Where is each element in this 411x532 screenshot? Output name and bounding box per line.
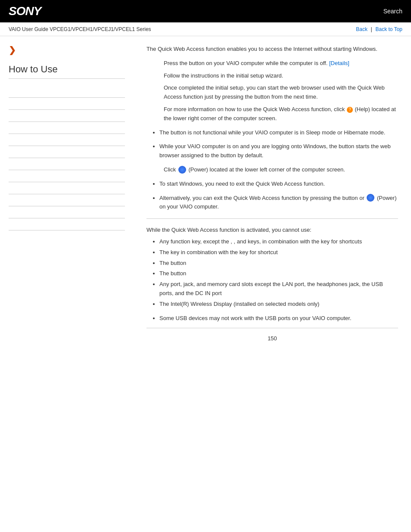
restriction-4: The button: [159, 269, 398, 278]
back-link[interactable]: Back: [356, 26, 367, 32]
sidebar-item-1[interactable]: [9, 86, 125, 98]
guide-title: VAIO User Guide VPCEG1/VPCEH1/VPCEJ1/VPC…: [9, 26, 151, 32]
click-label: Click: [164, 166, 176, 173]
power-click-block: Click (Power) located at the lower left …: [164, 165, 398, 174]
step2-text: Follow the instructions in the initial s…: [164, 72, 283, 79]
sidebar-arrow: ❯: [9, 45, 125, 55]
bullet-list-3: To start Windows, you need to exit the Q…: [155, 180, 398, 189]
help-icon: ?: [347, 107, 353, 113]
bullet-list-4: Alternatively, you can exit the Quick We…: [155, 194, 398, 212]
bullet4-text: Alternatively, you can exit the Quick We…: [159, 195, 364, 201]
restriction-5: Any port, jack, and memory card slots ex…: [159, 280, 398, 298]
main-content: The Quick Web Access function enables yo…: [134, 36, 411, 357]
sidebar-item-3[interactable]: [9, 110, 125, 122]
restrictions-list: Any function key, except the , , and key…: [155, 237, 398, 309]
click-power-label: (Power) located at the lower left corner…: [188, 166, 345, 173]
search-button[interactable]: Search: [383, 8, 402, 15]
step4-prefix: For more information on how to use the Q…: [164, 106, 345, 112]
step3-block: Once completed the initial setup, you ca…: [164, 84, 398, 102]
sidebar-item-9[interactable]: [9, 182, 125, 194]
restrictions-block: While the Quick Web Access function is a…: [146, 226, 398, 308]
restriction-1: Any function key, except the , , and key…: [159, 237, 398, 246]
bullet-item-2: While your VAIO computer is on and you a…: [159, 142, 398, 160]
nav-bar: VAIO User Guide VPCEG1/VPCEH1/VPCEJ1/VPC…: [0, 22, 411, 36]
main-container: ❯ How to Use The Quick Web Access functi…: [0, 36, 411, 357]
sidebar-item-2[interactable]: [9, 98, 125, 110]
section-divider-1: [146, 218, 398, 219]
power-icon-1: [178, 166, 186, 174]
sidebar-item-8[interactable]: [9, 170, 125, 182]
sidebar-item-4[interactable]: [9, 122, 125, 134]
step2-block: Follow the instructions in the initial s…: [164, 72, 398, 81]
sidebar-item-10[interactable]: [9, 194, 125, 206]
step1-details-link[interactable]: [Details]: [329, 60, 349, 66]
restriction-3: The button: [159, 259, 398, 268]
page-header: SONY Search: [0, 0, 411, 22]
bullet-item-3: To start Windows, you need to exit the Q…: [159, 180, 398, 189]
step1-text: Press the button on your VAIO computer w…: [164, 60, 327, 66]
bullet-usb-note: Some USB devices may not work with the U…: [159, 314, 398, 323]
sidebar-item-7[interactable]: [9, 158, 125, 170]
sidebar-item-5[interactable]: [9, 134, 125, 146]
restriction-6: The Intel(R) Wireless Display (installed…: [159, 300, 398, 309]
sidebar-item-12[interactable]: [9, 218, 125, 230]
content-intro: The Quick Web Access function enables yo…: [146, 45, 398, 54]
nav-links: Back | Back to Top: [356, 26, 402, 32]
sony-logo: SONY: [9, 4, 41, 18]
power-icon-2: [367, 194, 374, 202]
step3-text: Once completed the initial setup, you ca…: [164, 84, 385, 100]
step1-block: Press the button on your VAIO computer w…: [164, 59, 398, 68]
bullet-list-2: While your VAIO computer is on and you a…: [155, 142, 398, 160]
bullet-list-5: Some USB devices may not work with the U…: [155, 314, 398, 323]
step4-block: For more information on how to use the Q…: [164, 105, 398, 123]
bullet-list-1: The button is not functional while your …: [155, 128, 398, 137]
bullet-item-4: Alternatively, you can exit the Quick We…: [159, 194, 398, 212]
bullet-item-1: The button is not functional while your …: [159, 128, 398, 137]
back-to-top-link[interactable]: Back to Top: [376, 26, 402, 32]
sidebar: ❯ How to Use: [0, 36, 134, 357]
sidebar-item-6[interactable]: [9, 146, 125, 158]
restriction-2: The key in combination with the key for …: [159, 248, 398, 257]
sidebar-section-title: How to Use: [9, 64, 125, 79]
nav-divider: |: [371, 26, 374, 32]
restrictions-title: While the Quick Web Access function is a…: [146, 226, 398, 235]
page-number: 150: [146, 328, 398, 348]
sidebar-item-11[interactable]: [9, 206, 125, 218]
